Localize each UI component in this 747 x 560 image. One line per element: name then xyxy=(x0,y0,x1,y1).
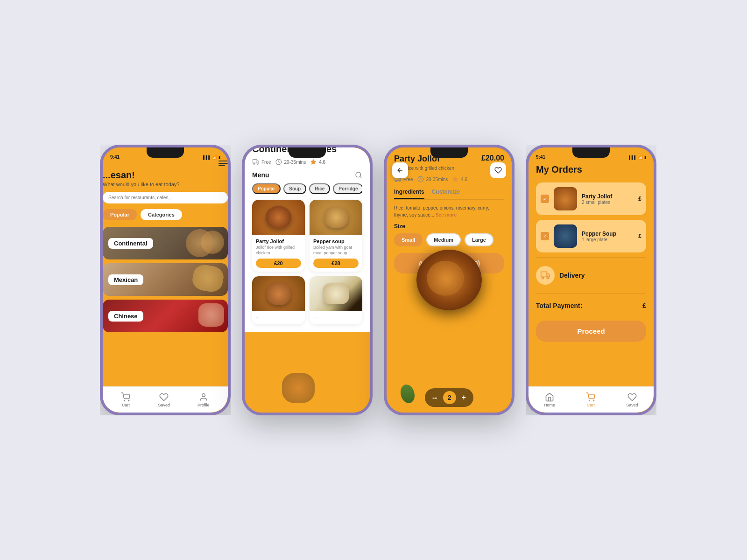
nav-profile-label: Profile xyxy=(197,403,210,407)
total-divider xyxy=(536,293,646,294)
category-list: Continental Mexican Chinese xyxy=(103,227,228,332)
profile-icon xyxy=(199,392,208,402)
nav-profile[interactable]: Profile xyxy=(197,392,210,407)
nav-cart-4[interactable]: Cart xyxy=(586,392,595,407)
size-options: Small Medium Large xyxy=(394,233,504,246)
detail-tabs: Ingredients Customize xyxy=(394,189,504,200)
proceed-button[interactable]: Proceed xyxy=(536,321,646,342)
cart-icon xyxy=(121,392,130,402)
detail-clock-icon xyxy=(417,175,424,183)
order-name-pepper: Pepper Soup xyxy=(582,231,634,237)
info-pills: Free 20-35mins xyxy=(252,158,362,166)
svg-point-22 xyxy=(589,400,590,401)
nav-saved-4[interactable]: Saved xyxy=(626,392,638,407)
dish-price-jollof[interactable]: £20 xyxy=(256,259,301,268)
menu-tabs: Popular Soup Rice Porridge Sauce xyxy=(252,183,362,194)
order-checkbox-pepper[interactable]: ✓ xyxy=(541,232,549,240)
svg-point-8 xyxy=(257,163,258,164)
phone3-notch xyxy=(430,147,468,158)
delivery-pill: Free xyxy=(252,158,271,166)
svg-marker-13 xyxy=(399,178,401,181)
order-img-jollof xyxy=(554,187,577,210)
nav-cart-label: Cart xyxy=(122,403,130,407)
tab-customize[interactable]: Customize xyxy=(432,189,460,199)
menu-title: Menu xyxy=(252,171,269,179)
svg-point-23 xyxy=(593,400,594,401)
phone1-home: 9:41 ▌▌▌ 📶 ▮ ...esan! What would you lik… xyxy=(100,145,231,415)
phone1-status-icons: ▌▌▌ 📶 ▮ xyxy=(203,155,220,160)
restaurant-card: Continental Dishes Free xyxy=(245,147,370,332)
category-continental[interactable]: Continental xyxy=(103,227,228,259)
phone1-time: 9:41 xyxy=(110,154,120,160)
category-chinese[interactable]: Chinese xyxy=(103,300,228,332)
see-more-link[interactable]: See more xyxy=(436,212,457,217)
category-continental-label: Continental xyxy=(108,238,153,249)
category-mexican-label: Mexican xyxy=(108,274,143,285)
svg-point-0 xyxy=(124,400,125,401)
phone4-bottom-nav: Home Cart xyxy=(529,386,654,413)
save-button-detail[interactable] xyxy=(490,162,506,178)
nav-saved[interactable]: Saved xyxy=(158,392,170,407)
dish-img-jollof xyxy=(252,200,305,235)
order-price-jollof: £ xyxy=(638,196,641,202)
dish-price-pepper[interactable]: £28 xyxy=(313,259,359,268)
dish-subtitle: Jollof rice with grilled chicken xyxy=(394,166,504,171)
svg-marker-6 xyxy=(257,161,259,163)
ingredients-text: Rice, tomato, pepper, onions, rosemary, … xyxy=(394,204,504,218)
svg-point-11 xyxy=(356,172,361,177)
svg-point-20 xyxy=(542,277,544,279)
detail-time-text: 20-35mins xyxy=(426,177,448,182)
tab-categories[interactable]: Categories xyxy=(141,209,182,220)
dish-card-3[interactable]: ··· xyxy=(252,276,305,324)
dish-card-pepper[interactable]: Pepper soup Boiled yam with goat meat pe… xyxy=(310,200,362,272)
dish-img-4 xyxy=(310,276,362,311)
dish-name-4: ··· xyxy=(313,315,359,320)
tab-ingredients[interactable]: Ingredients xyxy=(394,189,424,199)
svg-point-2 xyxy=(202,393,205,397)
tab-rice[interactable]: Rice xyxy=(309,183,330,194)
hamburger-menu-icon[interactable] xyxy=(218,161,228,166)
svg-marker-10 xyxy=(310,159,316,164)
order-checkbox-jollof[interactable]: ✓ xyxy=(541,195,549,203)
dish-card-4[interactable]: ··· xyxy=(310,276,362,324)
size-medium[interactable]: Medium xyxy=(426,233,461,246)
svg-point-15 xyxy=(399,180,400,182)
dish-card-jollof[interactable]: Party Jollof Jollof rice with grilled ch… xyxy=(252,200,305,272)
increase-qty-btn[interactable]: + xyxy=(462,393,466,402)
tab-porridge[interactable]: Porridge xyxy=(333,183,362,194)
order-item-pepper: ✓ Pepper Soup 1 large plate £ xyxy=(536,220,646,252)
order-img-pepper xyxy=(554,224,577,248)
nav-cart[interactable]: Cart xyxy=(121,392,130,407)
detail-star-icon xyxy=(451,175,459,183)
search-menu-icon[interactable] xyxy=(355,171,362,179)
phone4-status-icons: ▌▌▌ 📶 ▮ xyxy=(629,155,646,160)
nav-home-label: Home xyxy=(544,403,555,407)
cart-content: My Orders ✓ Party Jollof 2 small plates … xyxy=(529,161,654,413)
svg-point-14 xyxy=(395,180,397,182)
quantity-display: 2 xyxy=(443,391,456,404)
nav-saved-label-4: Saved xyxy=(626,403,638,407)
search-input[interactable] xyxy=(103,192,228,203)
battery-icon-4: ▮ xyxy=(644,155,646,160)
tab-popular-menu[interactable]: Popular xyxy=(252,183,281,194)
phone2-notch xyxy=(289,147,326,158)
back-button-detail[interactable] xyxy=(392,162,408,178)
greeting-name: ...esan! xyxy=(103,170,228,181)
tab-popular[interactable]: Popular xyxy=(103,209,137,220)
tab-soup[interactable]: Soup xyxy=(283,183,306,194)
size-small[interactable]: Small xyxy=(394,233,423,246)
size-large[interactable]: Large xyxy=(465,233,493,246)
phone1-notch xyxy=(147,147,184,158)
nav-saved-label: Saved xyxy=(158,403,170,407)
detail-time-pill: 20-35mins xyxy=(417,175,448,183)
order-info-pepper: Pepper Soup 1 large plate xyxy=(582,231,634,242)
nav-home[interactable]: Home xyxy=(544,392,555,407)
svg-point-1 xyxy=(128,400,129,401)
dish-name-pepper: Pepper soup xyxy=(313,238,359,244)
phone1-header xyxy=(103,161,228,166)
menu-header: Menu xyxy=(252,171,362,179)
decrease-qty-btn[interactable]: -- xyxy=(432,393,437,402)
category-mexican[interactable]: Mexican xyxy=(103,263,228,296)
order-name-jollof: Party Jollof xyxy=(582,193,634,200)
dish-desc-pepper: Boiled yam with goat meat pepper soup xyxy=(313,245,359,256)
